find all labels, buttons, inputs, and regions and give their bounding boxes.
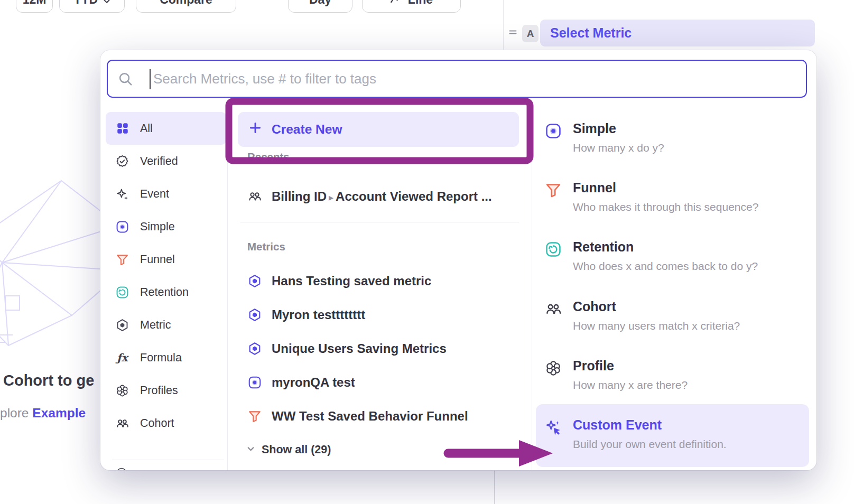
type-title: Simple <box>573 120 664 136</box>
formula-icon: ƒx <box>115 351 129 365</box>
metric-list-item[interactable]: Hans Testing saved metric <box>247 265 431 297</box>
empty-state-headline: Cohort to ge <box>3 372 94 389</box>
recent-item[interactable]: Billing ID▸Account Viewed Report ... <box>247 181 492 212</box>
type-title: Custom Event <box>573 417 727 433</box>
canvas-divider <box>494 469 495 504</box>
sidebar-item-simple[interactable]: Simple <box>106 210 226 243</box>
hexagon-metric-icon <box>247 307 262 322</box>
hexagon-metric-icon <box>247 274 262 288</box>
type-option-retention[interactable]: Retention Who does x and comes back to d… <box>544 239 797 273</box>
type-title: Profile <box>573 358 688 374</box>
type-option-funnel[interactable]: Funnel Who makes it through this sequenc… <box>544 180 797 213</box>
funnel-icon <box>247 409 262 424</box>
sidebar-item-formula[interactable]: ƒx Formula <box>106 341 226 374</box>
sidebar-item-label: Profiles <box>140 384 178 397</box>
sidebar-item-label: All <box>140 122 153 135</box>
metric-list-item[interactable]: Unique Users Saving Metrics <box>247 333 447 365</box>
sidebar-item-label: Cohort <box>140 417 174 430</box>
metric-list-item[interactable]: myronQA test <box>247 367 355 398</box>
sidebar-item-profiles[interactable]: Profiles <box>106 374 226 407</box>
text-caret <box>150 69 151 89</box>
sidebar-partial-item-icon <box>115 466 128 470</box>
type-description: Who does x and comes back to do y? <box>573 259 758 273</box>
profiles-flower-icon <box>115 384 129 398</box>
chevron-down-icon <box>246 443 255 456</box>
type-option-custom-event[interactable]: Custom Event Build your own event defini… <box>544 417 797 451</box>
sidebar-item-label: Funnel <box>140 253 175 266</box>
cohort-people-icon <box>115 416 129 431</box>
hexagon-metric-icon <box>115 318 129 332</box>
range-ytd-label: YTD <box>73 0 98 7</box>
type-description: How many users match x criteria? <box>573 319 740 332</box>
cohort-people-icon <box>544 300 563 319</box>
interval-day-button[interactable]: Day <box>288 0 352 13</box>
sidebar-divider <box>227 112 228 470</box>
retention-icon <box>115 285 129 300</box>
panel-divider <box>503 0 504 50</box>
show-all-toggle[interactable]: Show all (29) <box>246 441 331 458</box>
sidebar-item-label: Retention <box>140 286 189 299</box>
simple-metric-icon <box>544 122 563 141</box>
type-option-simple[interactable]: Simple How many x do y? <box>544 120 797 154</box>
funnel-icon <box>115 253 129 267</box>
sidebar-item-event[interactable]: Event <box>106 178 226 210</box>
sidebar-item-label: Formula <box>140 351 182 365</box>
line-chart-icon <box>390 0 403 7</box>
type-description: How many x do y? <box>573 141 664 154</box>
create-new-label: Create New <box>272 122 342 137</box>
breadcrumb-arrow-icon: ▸ <box>329 192 333 203</box>
profiles-flower-icon <box>544 359 563 378</box>
type-title: Funnel <box>573 180 758 195</box>
verified-badge-icon <box>115 154 129 169</box>
select-metric-button[interactable]: Select Metric <box>540 20 815 46</box>
metric-item-label: Unique Users Saving Metrics <box>272 341 447 356</box>
sidebar-item-funnel[interactable]: Funnel <box>106 243 226 276</box>
empty-state-subline: plore Example <box>0 406 86 421</box>
metric-item-label: Hans Testing saved metric <box>272 274 431 288</box>
metric-row-badge: A <box>522 25 539 42</box>
metric-list-item[interactable]: WW Test Saved Behavior Funnel <box>247 400 468 432</box>
create-new-button[interactable]: Create New <box>238 112 519 147</box>
type-option-cohort[interactable]: Cohort How many users match x criteria? <box>544 298 797 332</box>
list-divider <box>240 222 519 222</box>
chevron-down-icon <box>103 0 110 7</box>
cohort-people-icon <box>247 189 262 204</box>
chart-type-label: Line <box>408 0 433 7</box>
metric-item-label: WW Test Saved Behavior Funnel <box>272 409 468 424</box>
sidebar-item-all[interactable]: All <box>106 112 226 145</box>
metrics-header: Metrics <box>247 240 285 253</box>
sidebar-item-label: Event <box>140 188 169 201</box>
plus-icon <box>248 121 262 138</box>
custom-event-sparkle-icon <box>544 418 563 437</box>
event-sparkle-icon <box>115 187 129 201</box>
compare-label: Compare <box>160 0 212 7</box>
range-12m-label: 12M <box>23 0 47 7</box>
range-ytd-button[interactable]: YTD <box>59 0 125 13</box>
retention-icon <box>544 240 563 259</box>
compare-button[interactable]: Compare <box>136 0 236 13</box>
sidebar-item-cohort[interactable]: Cohort <box>106 407 226 440</box>
simple-metric-icon <box>247 375 262 390</box>
hexagon-metric-icon <box>247 341 262 356</box>
sidebar-item-verified[interactable]: Verified <box>106 145 226 178</box>
column-divider <box>532 112 532 470</box>
recents-header: Recents <box>247 151 290 163</box>
range-12m-button[interactable]: 12M <box>16 0 53 13</box>
metric-list-item[interactable]: Myron testttttttt <box>247 299 365 331</box>
recent-item-label: Billing ID▸Account Viewed Report ... <box>272 189 492 204</box>
grid-icon <box>115 122 129 136</box>
search-input[interactable] <box>108 61 806 97</box>
simple-metric-icon <box>115 220 129 234</box>
example-link[interactable]: Example <box>32 406 86 420</box>
empty-state-subline-text: plore <box>0 406 32 420</box>
drag-handle-icon[interactable] <box>508 27 518 39</box>
sidebar-item-retention[interactable]: Retention <box>106 276 226 309</box>
metric-picker-modal: All Verified Event Simple Funnel <box>100 50 816 470</box>
type-title: Retention <box>573 239 758 255</box>
sidebar-item-label: Metric <box>140 319 171 332</box>
search-box <box>107 60 807 98</box>
chart-type-line-button[interactable]: Line <box>362 0 461 13</box>
sidebar-item-metric[interactable]: Metric <box>106 309 226 341</box>
type-option-profile[interactable]: Profile How many x are there? <box>544 358 797 391</box>
app-screen: 12M YTD Compare Day Line A Select Metric… <box>0 0 854 504</box>
